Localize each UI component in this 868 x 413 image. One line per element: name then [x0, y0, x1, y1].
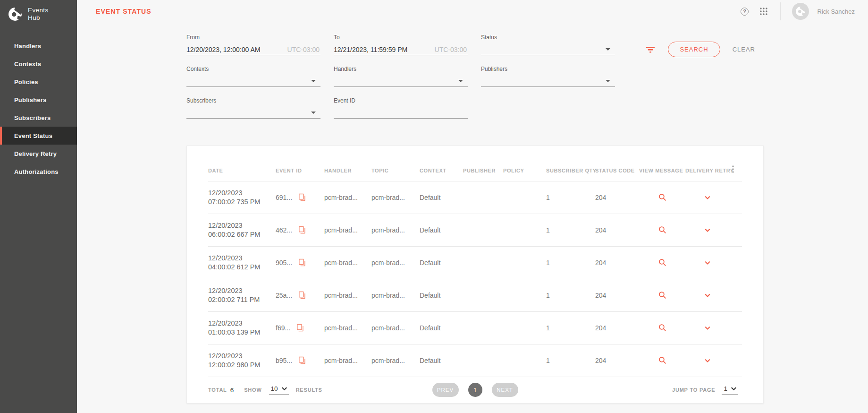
policy-cell [503, 181, 546, 214]
sidebar-item-authorizations[interactable]: Authorizations [0, 163, 77, 181]
topic-cell: pcm-brad... [371, 181, 420, 214]
filter-handlers: Handlers [334, 66, 468, 89]
delivery-retry-chevron-icon[interactable] [702, 355, 713, 366]
publisher-cell [463, 181, 503, 214]
sidebar-item-publishers[interactable]: Publishers [0, 91, 77, 109]
subscriber-qty-cell: 1 [546, 344, 595, 377]
sidebar-nav: Handlers Contexts Policies Publishers Su… [0, 37, 77, 181]
status-label: Status [481, 34, 615, 41]
copy-icon[interactable] [298, 291, 306, 299]
subscribers-label: Subscribers [186, 97, 320, 104]
dropdown-caret-icon [606, 48, 610, 51]
dropdown-caret-icon [311, 80, 316, 82]
delivery-retry-chevron-icon[interactable] [702, 258, 713, 268]
view-message-icon[interactable] [657, 323, 667, 333]
events-hub-logo[interactable]: Events Hub [0, 0, 77, 23]
clear-button[interactable]: CLEAR [733, 46, 755, 53]
total-label: TOTAL [208, 387, 227, 393]
subscriber-qty-cell: 1 [546, 311, 595, 344]
col-event-id: EVENT ID [276, 146, 324, 181]
filter-actions: SEARCH CLEAR [645, 42, 755, 57]
sidebar-item-policies[interactable]: Policies [0, 73, 77, 91]
col-subscriber-qty: SUBSCRIBER QTY [546, 146, 595, 181]
policy-cell [503, 311, 546, 344]
to-datetime-input[interactable]: 12/21/2023, 11:59:59 PM UTC-03:00 [334, 44, 468, 55]
avatar[interactable] [792, 3, 809, 20]
delivery-retry-chevron-icon[interactable] [702, 323, 713, 333]
jump-to-page-label: JUMP TO PAGE [672, 387, 716, 393]
copy-icon[interactable] [298, 258, 306, 267]
contexts-select[interactable] [186, 76, 320, 87]
copy-icon[interactable] [296, 324, 304, 332]
copy-icon[interactable] [298, 226, 306, 234]
topbar-actions: ? Rick Sanchez [740, 2, 855, 20]
context-cell: Default [420, 311, 463, 344]
total-value: 6 [230, 387, 234, 394]
event-id: 691... [276, 194, 292, 201]
topic-cell: pcm-brad... [371, 214, 420, 246]
table-row: 12/20/202312:00:02 980 PM b95... pcm-bra… [208, 344, 742, 377]
main-content: EVENT STATUS ? Rick Sanchez [77, 0, 868, 413]
status-code-cell: 204 [595, 311, 639, 344]
filter-from: From 12/20/2023, 12:00:00 AM UTC-03:00 [186, 34, 320, 58]
status-code-cell: 204 [595, 279, 639, 311]
event-date: 12/20/2023 [208, 319, 243, 327]
dropdown-caret-icon [606, 80, 610, 82]
sidebar-item-contexts[interactable]: Contexts [0, 55, 77, 73]
next-page-button[interactable]: NEXT [492, 383, 518, 397]
view-message-icon[interactable] [657, 258, 667, 268]
event-status-table: DATE EVENT ID HANDLER TOPIC CONTEXT PUBL… [208, 146, 742, 377]
pagination-bar: TOTAL 6 SHOW 10 RESULTS PREV 1 NEXT JUMP… [208, 377, 742, 403]
handlers-select[interactable] [334, 76, 468, 87]
table-row: 12/20/202307:00:02 735 PM 691... pcm-bra… [208, 181, 742, 214]
policy-cell [503, 279, 546, 311]
col-handler: HANDLER [324, 146, 371, 181]
publisher-cell [463, 279, 503, 311]
current-page-button[interactable]: 1 [468, 383, 482, 397]
subscriber-qty-cell: 1 [546, 246, 595, 279]
pager: PREV 1 NEXT [432, 383, 518, 397]
filter-status: Status [481, 34, 615, 58]
subscriber-qty-cell: 1 [546, 181, 595, 214]
view-message-icon[interactable] [657, 355, 667, 366]
topbar: EVENT STATUS ? Rick Sanchez [77, 0, 868, 23]
subscribers-select[interactable] [186, 107, 320, 119]
sidebar-item-handlers[interactable]: Handlers [0, 37, 77, 55]
search-button[interactable]: SEARCH [668, 42, 720, 57]
table-row: 12/20/202306:00:02 667 PM 462... pcm-bra… [208, 214, 742, 246]
event-id-input[interactable] [334, 107, 468, 119]
policy-cell [503, 214, 546, 246]
apps-grid-icon[interactable] [758, 6, 769, 17]
view-message-icon[interactable] [657, 225, 667, 235]
filter-publishers: Publishers [481, 66, 615, 89]
event-id: 462... [276, 226, 292, 234]
sidebar-item-delivery-retry[interactable]: Delivery Retry [0, 145, 77, 163]
event-date: 12/20/2023 [208, 222, 243, 229]
from-label: From [186, 34, 320, 41]
publishers-select[interactable] [481, 76, 615, 87]
from-datetime-input[interactable]: 12/20/2023, 12:00:00 AM UTC-03:00 [186, 44, 320, 55]
delivery-retry-chevron-icon[interactable] [702, 290, 713, 301]
filter-icon[interactable] [645, 44, 656, 55]
user-name[interactable]: Rick Sanchez [817, 8, 855, 15]
sidebar-item-event-status[interactable]: Event Status [0, 127, 77, 145]
copy-icon[interactable] [298, 356, 306, 364]
page-size-select[interactable]: 10 [269, 385, 289, 395]
view-message-icon[interactable] [657, 192, 667, 203]
event-id-label: Event ID [334, 97, 468, 104]
view-message-icon[interactable] [657, 290, 667, 301]
table-row: 12/20/202302:00:02 711 PM 25a... pcm-bra… [208, 279, 742, 311]
copy-icon[interactable] [298, 193, 306, 201]
handlers-label: Handlers [334, 66, 468, 73]
status-select[interactable] [481, 44, 615, 55]
chevron-down-icon [731, 387, 736, 391]
sidebar-item-subscribers[interactable]: Subscribers [0, 109, 77, 127]
delivery-retry-chevron-icon[interactable] [702, 225, 713, 235]
jump-to-page-select[interactable]: 1 [722, 385, 738, 395]
col-topic: TOPIC [371, 146, 420, 181]
publisher-cell [463, 246, 503, 279]
help-icon[interactable]: ? [740, 6, 750, 17]
event-date: 12/20/2023 [208, 254, 243, 262]
prev-page-button[interactable]: PREV [432, 383, 459, 397]
delivery-retry-chevron-icon[interactable] [702, 192, 713, 203]
